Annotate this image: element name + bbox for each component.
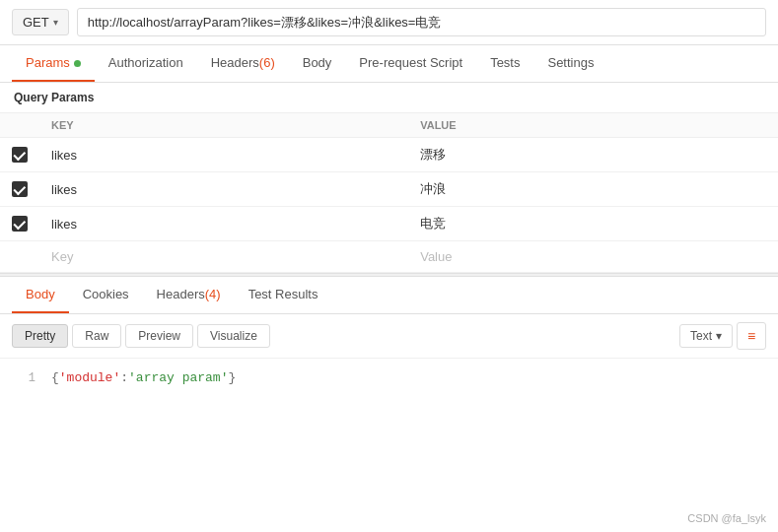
tab-tests[interactable]: Tests [476, 45, 533, 82]
response-tab-headers[interactable]: Headers(4) [143, 277, 235, 313]
table-row: likes 冲浪 [0, 172, 778, 207]
table-row: likes 电竞 [0, 207, 778, 241]
table-row-empty: Key Value [0, 241, 778, 273]
row2-value[interactable]: 冲浪 [408, 172, 778, 207]
tab-prerequest[interactable]: Pre-request Script [345, 45, 476, 82]
format-toolbar: Pretty Raw Preview Visualize Text ▾ ≡ [0, 314, 778, 359]
tab-body[interactable]: Body [289, 45, 346, 82]
wrap-icon-btn[interactable]: ≡ [737, 322, 766, 350]
watermark: CSDN @fa_lsyk [687, 512, 766, 524]
type-select-chevron: ▾ [716, 329, 722, 343]
close-brace: } [228, 370, 236, 385]
row3-key[interactable]: likes [39, 207, 408, 241]
params-table: KEY VALUE likes 漂移 likes 冲浪 likes 电竞 [0, 112, 778, 273]
colon: : [120, 370, 128, 385]
col-check-header [0, 113, 39, 138]
row1-checkbox[interactable] [12, 147, 28, 163]
params-section: Query Params KEY VALUE likes 漂移 likes 冲浪 [0, 83, 778, 273]
tab-headers[interactable]: Headers(6) [197, 45, 289, 82]
url-input[interactable] [77, 8, 766, 36]
table-row: likes 漂移 [0, 138, 778, 172]
fmt-preview-btn[interactable]: Preview [125, 324, 193, 348]
request-tab-nav: Params Authorization Headers(6) Body Pre… [0, 45, 778, 83]
row1-value[interactable]: 漂移 [408, 138, 778, 172]
tab-settings[interactable]: Settings [533, 45, 607, 82]
method-label: GET [23, 15, 49, 30]
tab-params[interactable]: Params [12, 45, 95, 82]
response-tab-cookies[interactable]: Cookies [69, 277, 143, 313]
empty-key[interactable]: Key [39, 241, 408, 273]
method-select[interactable]: GET ▾ [12, 9, 69, 35]
code-key: 'module' [59, 370, 120, 385]
type-select[interactable]: Text ▾ [679, 324, 733, 348]
tab-authorization[interactable]: Authorization [95, 45, 197, 82]
code-value: 'array param' [128, 370, 228, 385]
headers-badge: (6) [259, 55, 275, 70]
fmt-raw-btn[interactable]: Raw [72, 324, 121, 348]
row2-key[interactable]: likes [39, 172, 408, 207]
query-params-title: Query Params [0, 83, 778, 112]
row2-checkbox[interactable] [12, 181, 28, 197]
open-brace: { [51, 370, 59, 385]
row1-key[interactable]: likes [39, 138, 408, 172]
wrap-icon: ≡ [747, 328, 755, 344]
response-tab-testresults[interactable]: Test Results [235, 277, 332, 313]
col-value-header: VALUE [408, 113, 778, 138]
response-tab-body[interactable]: Body [12, 277, 69, 313]
col-key-header: KEY [39, 113, 408, 138]
url-bar: GET ▾ [0, 0, 778, 45]
method-chevron: ▾ [53, 17, 58, 28]
empty-value[interactable]: Value [408, 241, 778, 273]
code-output-area: 1 {'module':'array param'} [0, 359, 778, 397]
type-select-label: Text [690, 329, 712, 343]
row3-checkbox[interactable] [12, 216, 28, 232]
response-headers-badge: (4) [205, 287, 221, 301]
code-line-1: 1 {'module':'array param'} [0, 368, 778, 387]
code-content-1: {'module':'array param'} [51, 370, 236, 385]
fmt-visualize-btn[interactable]: Visualize [197, 324, 270, 348]
response-tab-nav: Body Cookies Headers(4) Test Results [0, 277, 778, 314]
params-dot [74, 60, 81, 67]
row3-value[interactable]: 电竞 [408, 207, 778, 241]
line-number-1: 1 [12, 370, 35, 385]
fmt-pretty-btn[interactable]: Pretty [12, 324, 68, 348]
